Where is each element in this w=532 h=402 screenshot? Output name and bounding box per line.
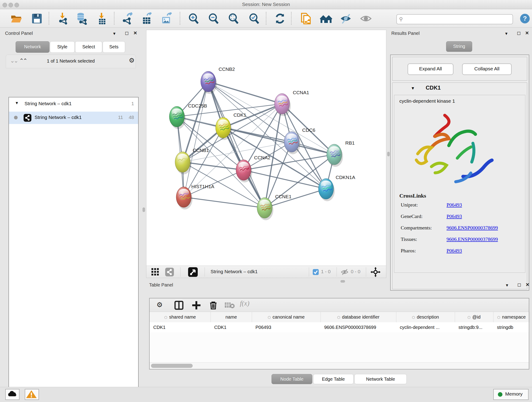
import-table-icon[interactable] [96,12,108,25]
network-options-gear-icon[interactable]: ⚙ [129,57,134,64]
help-icon[interactable]: ? [520,13,530,24]
edge-CCNB2-HIST1H1A[interactable] [184,82,208,197]
duplicate-network-icon[interactable] [300,12,312,25]
results-panel-menu-icon[interactable]: ▾ [505,31,507,36]
crosslink-link[interactable]: 9606.ENSP00000378699 [447,225,498,231]
control-panel-menu-icon[interactable]: ▾ [113,31,115,36]
control-panel-float-icon[interactable]: ◻ [125,30,129,36]
tab-string[interactable]: String [446,41,472,52]
column-header--id[interactable]: ⬡@id [455,312,494,322]
crosslink-link[interactable]: 9606.ENSP00000378699 [447,236,498,242]
function-builder-icon[interactable]: f(x) [240,299,258,308]
column-header-label: namespace [502,314,526,319]
hide-selected-icon[interactable] [340,12,352,25]
export-network-icon[interactable] [121,12,134,25]
cloud-status-button[interactable] [5,389,19,400]
delete-column-icon[interactable] [209,301,218,310]
table-cell[interactable]: CDK1 [150,322,214,332]
edge-CCNA2-HIST1H1A[interactable] [184,170,244,197]
home-networks-icon[interactable] [320,12,332,25]
column-header-name[interactable]: name [210,312,252,322]
selected-checkbox-icon[interactable] [313,269,319,275]
add-column-icon[interactable] [192,301,201,310]
show-all-icon[interactable] [360,12,372,25]
memory-button[interactable]: Memory [493,389,529,400]
apply-layout-icon[interactable] [274,12,286,25]
tab-style[interactable]: Style [50,41,75,53]
edge-CCNB2-CCNE1[interactable] [208,82,265,208]
zoom-fit-icon[interactable] [227,12,240,25]
control-panel-close-icon[interactable]: ✕ [133,30,137,36]
collapse-all-button[interactable]: Collapse All [462,64,512,75]
table-row[interactable]: CDK1CDK1P064939606.ENSP00000378699cyclin… [150,322,529,332]
tab-network[interactable]: Network [16,41,50,53]
export-image-icon[interactable] [160,12,173,25]
node-section-expander-icon[interactable]: ▼ [411,86,415,91]
table-cell[interactable]: stringdb:9... [455,322,497,332]
table-panel-close-icon[interactable]: ✕ [526,282,530,287]
fit-selected-crosshair-icon[interactable] [370,267,380,277]
column-header-canonical-name[interactable]: ⬡canonical name [252,312,321,322]
column-header-shared-name[interactable]: ⬡shared name [150,312,211,322]
expand-all-button[interactable]: Expand All [408,64,453,75]
results-panel-float-icon[interactable]: ◻ [517,30,521,36]
tab-node-table[interactable]: Node Table [272,374,312,384]
tab-sets[interactable]: Sets [103,41,125,53]
node-CCNE1[interactable]: CCNE1 [257,194,291,220]
column-header-description[interactable]: ⬡description [396,312,455,322]
table-cell[interactable]: stringdb [493,322,532,332]
node-CDKN1A[interactable]: CDKN1A [318,175,355,201]
network-type-badge-icon[interactable] [165,268,174,276]
warnings-button[interactable] [25,389,39,400]
table-cell[interactable]: P06493 [252,322,324,332]
node-RB1[interactable]: RB1 [327,140,355,167]
column-header-namespace[interactable]: ⬡namespace [493,312,530,322]
results-panel-close-icon[interactable]: ✕ [525,30,529,36]
delete-table-icon[interactable] [225,302,235,308]
open-session-icon[interactable] [10,12,22,25]
edge-CCNB2-CCNA1[interactable] [208,82,282,104]
edge-CDKN1A-CCNE1[interactable] [265,189,326,208]
table-panel-float-icon[interactable]: ◻ [517,282,521,287]
edge-CCNB2-RB1[interactable] [208,82,334,154]
search-input[interactable] [406,15,510,23]
tab-select[interactable]: Select [75,41,102,53]
collection-expander-icon[interactable]: ▼ [15,101,19,105]
node-CCNA1[interactable]: CCNA1 [274,90,309,116]
tab-edge-table[interactable]: Edge Table [313,374,354,384]
zoom-out-icon[interactable] [207,12,220,25]
table-options-gear-icon[interactable]: ⚙ [157,301,166,310]
table-cell[interactable]: CDK1 [210,322,255,332]
import-network-icon[interactable] [57,12,70,25]
zoom-in-icon[interactable] [187,12,200,25]
edge-CCNB1-CCNA2[interactable] [183,162,244,170]
import-network-from-database-icon[interactable] [76,12,88,25]
show-grid-icon[interactable] [152,268,159,276]
node-HIST1H1A[interactable]: HIST1H1A [176,184,214,210]
column-header-database-identifier[interactable]: ⬡database identifier [321,312,396,322]
node-CDC25B[interactable]: CDC25B [169,103,207,129]
network-row-selected[interactable]: String Network – cdk1 11 48 [9,112,138,124]
crosslink-link[interactable]: P06493 [447,213,462,219]
edge-HIST1H1A-CCNE1[interactable] [184,197,265,208]
network-canvas[interactable]: CCNB2CCNA1CDC25BCDK1CDC6RB1CCNB1CCNA2CDK… [146,30,386,266]
crosslink-link[interactable]: P06493 [447,202,462,208]
tab-network-table[interactable]: Network Table [355,374,407,384]
export-table-icon[interactable] [141,12,153,25]
toolbar-separator [291,12,292,25]
birds-eye-view-icon[interactable] [188,267,198,277]
save-session-icon[interactable] [31,12,43,25]
table-cell[interactable]: cyclin-dependent ... [396,322,458,332]
crosslink-link[interactable]: P06493 [447,248,462,254]
network-collection-row[interactable]: ▼ String Network – cdk1 1 [9,99,138,110]
left-splitter-handle[interactable] [143,207,145,212]
network-edge-count: 48 [129,115,134,120]
node-CCNB2[interactable]: CCNB2 [201,66,235,94]
zoom-selected-icon[interactable] [248,12,260,25]
show-columns-icon[interactable] [174,301,184,310]
table-hscrollbar-thumb[interactable] [151,364,193,368]
table-panel-menu-icon[interactable]: ▾ [506,282,508,288]
table-cell[interactable]: 9606.ENSP00000378699 [321,322,400,332]
edge-CDK1-RB1[interactable] [223,128,334,154]
edge-CCNA2-CDKN1A[interactable] [244,170,326,189]
